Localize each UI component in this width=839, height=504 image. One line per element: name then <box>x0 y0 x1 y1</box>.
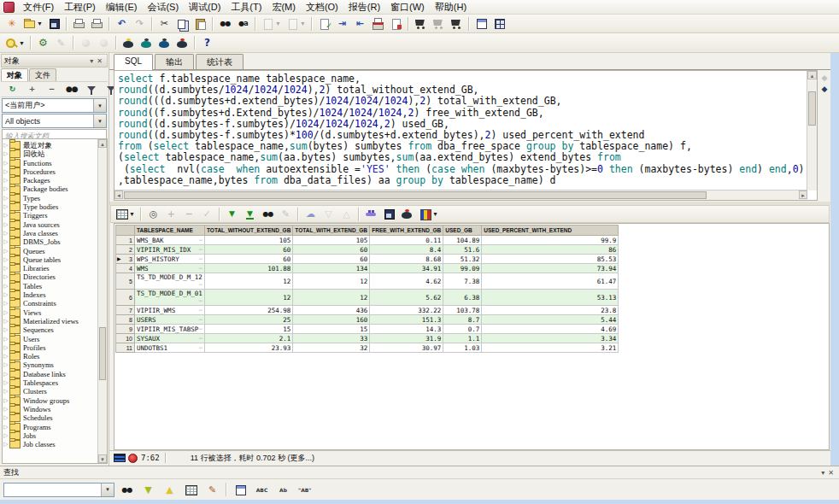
grid-cell[interactable]: 12 <box>293 290 370 306</box>
grid-cell[interactable]: 103.78 <box>443 306 482 315</box>
table-row[interactable]: 7VIPIIR_WMS—254.98436332.22103.7823.8 <box>116 306 619 315</box>
expand-icon[interactable]: ▷ <box>3 149 9 158</box>
editor-tab-统计表[interactable]: 统计表 <box>196 54 243 70</box>
row-header-cell[interactable]: 2 <box>116 245 135 255</box>
expand-icon[interactable]: ▷ <box>3 185 9 193</box>
menu-item-9[interactable]: 报告(R) <box>343 0 385 15</box>
grid-cell[interactable]: 160 <box>293 315 370 325</box>
expand-icon[interactable]: ▷ <box>3 237 9 246</box>
row-header-cell[interactable]: 7 <box>116 306 135 315</box>
menu-item-10[interactable]: 窗口(W) <box>385 0 430 15</box>
grid-cell[interactable]: 7.38 <box>443 273 482 290</box>
cell-browse-icon[interactable]: — <box>199 265 202 273</box>
break-execution-button[interactable] <box>138 34 155 52</box>
scroll-down-icon[interactable]: ▼ <box>98 454 107 463</box>
save-button[interactable] <box>45 15 63 32</box>
grid-cell[interactable]: 6.38 <box>443 290 482 306</box>
sql-code-area[interactable]: select f.tablespace_name tablespace_name… <box>114 71 807 190</box>
grid-cell[interactable]: SYSAUX— <box>135 334 205 343</box>
row-header-cell[interactable]: 4 <box>116 264 135 273</box>
grid-cell[interactable]: 30.97 <box>370 343 443 353</box>
expand-icon[interactable]: ▷ <box>3 299 9 308</box>
tree-scrollbar[interactable]: ▲ ▼ <box>97 139 107 463</box>
mark-all-button[interactable] <box>182 481 200 499</box>
grid-cell[interactable]: WMS_BAK— <box>135 236 205 245</box>
cell-browse-icon[interactable]: — <box>199 316 202 324</box>
editor-horizontal-scrollbar[interactable]: ◄ ► <box>114 190 807 200</box>
expand-node-button[interactable]: + <box>22 80 42 98</box>
search-in-window-button[interactable] <box>232 481 249 499</box>
grid-cell[interactable]: 14.3 <box>370 325 443 334</box>
grid-cell[interactable]: 8.68 <box>370 255 443 264</box>
grid-cell[interactable]: USERS— <box>135 315 205 325</box>
tree-item[interactable]: ▷Indexes <box>3 290 107 299</box>
row-header-cell[interactable]: 3▶ <box>116 255 135 264</box>
table-row[interactable]: 9VIPIIR_MIS_TABSP—151514.30.74.69 <box>116 325 619 334</box>
tree-find-button[interactable]: ●● <box>62 80 81 98</box>
row-header-cell[interactable]: 11 <box>116 343 135 353</box>
grid-cell[interactable]: 4.62 <box>370 273 443 290</box>
find-button[interactable]: ●● <box>216 15 234 32</box>
expand-icon[interactable]: ▷ <box>3 343 9 352</box>
expand-icon[interactable]: ▷ <box>3 325 9 334</box>
menu-item-8[interactable]: 文档(O) <box>301 0 343 15</box>
window-list-button[interactable] <box>472 15 490 32</box>
grid-cell[interactable]: 23.8 <box>482 306 619 315</box>
tree-item[interactable]: ▷Constraints <box>3 299 107 308</box>
grid-column-header[interactable]: FREE_WITH_EXTEND_GB <box>370 226 443 236</box>
grid-cell[interactable]: 99.9 <box>482 236 619 245</box>
expand-icon[interactable]: ▷ <box>3 396 9 405</box>
close-icon[interactable]: ✕ <box>95 57 104 65</box>
expand-icon[interactable]: ▷ <box>3 247 9 255</box>
expand-icon[interactable]: ▷ <box>3 352 9 360</box>
table-row[interactable]: 8USERS—25160151.38.75.44 <box>116 315 619 325</box>
paste-button[interactable] <box>191 15 209 32</box>
scroll-left-icon[interactable]: ◄ <box>114 190 123 199</box>
tree-item[interactable]: ▷Type bodies <box>3 202 107 211</box>
single-record-view-button[interactable]: ◎ <box>144 205 162 223</box>
grid-cell[interactable]: 60 <box>205 255 293 264</box>
tree-item[interactable]: ▷Synonyms <box>3 360 107 369</box>
grid-cell[interactable]: 25 <box>205 315 293 325</box>
expand-icon[interactable]: ▷ <box>3 167 9 176</box>
table-row[interactable]: 2VIPIIR_MIS_IDX—60608.451.686 <box>116 245 619 255</box>
results-grid[interactable]: TABLESPACE_NAMETOTAL_WITHOUT_EXTEND_GBTO… <box>115 225 619 353</box>
grid-cell[interactable]: 4.69 <box>482 325 619 334</box>
cell-browse-icon[interactable]: — <box>199 281 202 289</box>
expand-icon[interactable]: ▷ <box>3 194 9 202</box>
find-next-button[interactable]: ▼ <box>139 481 157 499</box>
row-header-cell[interactable]: 1 <box>116 236 135 245</box>
grid-cell[interactable]: 254.98 <box>205 306 293 315</box>
remove-doc-button[interactable] <box>387 15 405 32</box>
grid-column-header[interactable]: TOTAL_WITHOUT_EXTEND_GB <box>205 226 293 236</box>
expand-icon[interactable]: ▷ <box>3 141 9 149</box>
chevron-down-icon[interactable]: ▼ <box>101 483 114 496</box>
grid-cell[interactable]: TS_TD_MODE_D_M_12— <box>135 273 205 290</box>
table-row[interactable]: 1WMS_BAK—1051050.11104.8999.9 <box>116 236 619 245</box>
fetch-last-page-button[interactable]: ▼ <box>241 205 259 223</box>
cell-browse-icon[interactable]: — <box>199 255 202 263</box>
outdent-button[interactable]: ⇤ <box>351 15 369 32</box>
tree-item[interactable]: ▷Tables <box>3 282 107 290</box>
match-case-button[interactable]: Ab <box>274 481 292 499</box>
grid-cell[interactable]: 105 <box>205 236 293 245</box>
editor-tab-输出[interactable]: 输出 <box>155 54 194 70</box>
expand-icon[interactable]: ▷ <box>3 317 9 325</box>
grid-cell[interactable]: 3.21 <box>482 343 619 353</box>
grid-cell[interactable]: 134 <box>293 264 370 273</box>
cell-browse-icon[interactable]: — <box>199 325 202 333</box>
cell-browse-icon[interactable]: — <box>199 237 202 244</box>
grid-cell[interactable]: 105 <box>293 236 370 245</box>
tree-item[interactable]: ▷Profiles <box>3 343 107 352</box>
grid-cell[interactable]: 332.22 <box>370 306 443 315</box>
grid-cell[interactable]: 436 <box>293 306 370 315</box>
menu-item-2[interactable]: 工程(P) <box>59 0 101 15</box>
cell-browse-icon[interactable]: — <box>199 297 202 305</box>
grid-cell[interactable]: WMS— <box>135 264 205 273</box>
grid-cell[interactable]: TS_TD_MODE_D_M_01— <box>135 290 205 306</box>
tree-item[interactable]: ▷Packages <box>3 176 107 185</box>
table-row[interactable]: 6TS_TD_MODE_D_M_01—12125.626.3853.13 <box>116 290 619 306</box>
grid-header-row[interactable]: TABLESPACE_NAMETOTAL_WITHOUT_EXTEND_GBTO… <box>116 226 619 236</box>
grid-cell[interactable]: 151.3 <box>370 315 443 325</box>
grid-cell[interactable]: 31.9 <box>370 334 443 343</box>
